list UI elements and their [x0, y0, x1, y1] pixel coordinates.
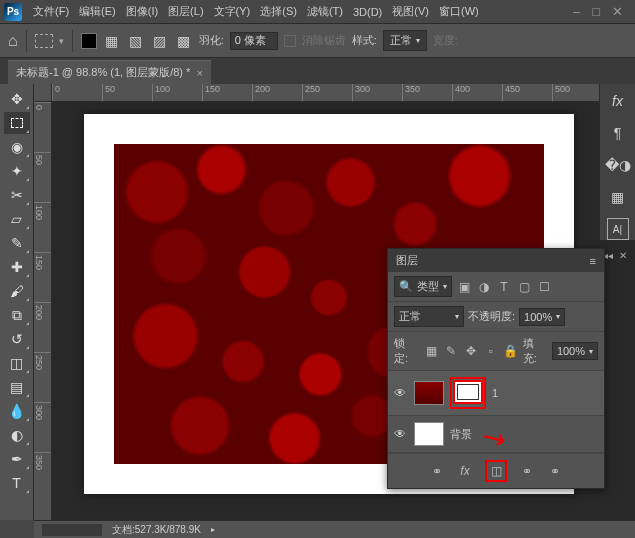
new-layer-icon[interactable]: ⚭ — [547, 463, 563, 479]
fill-swatch[interactable] — [81, 33, 97, 49]
visibility-toggle-icon[interactable]: 👁 — [394, 386, 408, 400]
brush-tool[interactable]: 🖌 — [4, 280, 30, 302]
paragraph-icon[interactable]: ¶ — [607, 122, 629, 144]
window-maximize[interactable]: □ — [592, 4, 600, 19]
healing-brush-tool[interactable]: ✚ — [4, 256, 30, 278]
blur-tool[interactable]: 💧 — [4, 400, 30, 422]
lasso-tool[interactable]: ◉ — [4, 136, 30, 158]
toolbox: ✥ ◉ ✦ ✂ ▱ ✎ ✚ 🖌 ⧉ ↺ ◫ ▤ 💧 ◐ ✒ T — [0, 84, 34, 520]
annotation-mask-highlight — [450, 377, 486, 409]
home-icon[interactable]: ⌂ — [8, 32, 18, 50]
layer-name[interactable]: 1 — [492, 387, 498, 399]
tab-close-icon[interactable]: × — [196, 67, 202, 79]
magic-wand-tool[interactable]: ✦ — [4, 160, 30, 182]
menu-view[interactable]: 视图(V) — [387, 1, 434, 22]
window-minimize[interactable]: – — [573, 4, 580, 19]
character-icon[interactable]: A| — [607, 218, 629, 240]
intersect-selection-icon[interactable]: ▩ — [175, 32, 193, 50]
layer-mask-thumbnail[interactable] — [453, 380, 483, 404]
ruler-vertical: 050100150200250300350 — [34, 102, 52, 520]
eyedropper-tool[interactable]: ✎ — [4, 232, 30, 254]
antialias-label: 消除锯齿 — [302, 33, 346, 48]
crop-tool[interactable]: ✂ — [4, 184, 30, 206]
menu-3d[interactable]: 3D(D) — [348, 3, 387, 21]
blend-mode-dropdown[interactable]: 正常▾ — [394, 306, 464, 327]
fill-label: 填充: — [523, 336, 548, 366]
layer-thumbnail[interactable] — [414, 422, 444, 446]
lock-label: 锁定: — [394, 336, 419, 366]
menu-type[interactable]: 文字(Y) — [209, 1, 256, 22]
status-bar: 文档:527.3K/878.9K ▸ — [34, 520, 635, 538]
filter-adjustment-icon[interactable]: ◑ — [476, 279, 492, 295]
marquee-preset-icon[interactable] — [35, 34, 53, 48]
menu-layer[interactable]: 图层(L) — [163, 1, 208, 22]
layer-row-1[interactable]: 👁 1 — [388, 371, 604, 416]
lock-all-icon[interactable]: 🔒 — [503, 343, 519, 359]
style-dropdown[interactable]: 正常▾ — [383, 30, 427, 51]
options-bar: ⌂ ▾ ▦ ▧ ▨ ▩ 羽化: 消除锯齿 样式: 正常▾ 宽度: — [0, 24, 635, 58]
move-tool[interactable]: ✥ — [4, 88, 30, 110]
color-icon[interactable]: ▦ — [607, 186, 629, 208]
filter-image-icon[interactable]: ▣ — [456, 279, 472, 295]
layer-fx-icon[interactable]: fx — [457, 463, 473, 479]
link-layers-icon[interactable]: ⚭ — [429, 463, 445, 479]
horizontal-scrollbar[interactable] — [42, 524, 102, 536]
layers-panel-title: 图层 — [396, 253, 418, 268]
new-selection-icon[interactable]: ▦ — [103, 32, 121, 50]
menu-image[interactable]: 图像(I) — [121, 1, 163, 22]
feather-input[interactable] — [230, 32, 278, 50]
menu-bar: Ps 文件(F) 编辑(E) 图像(I) 图层(L) 文字(Y) 选择(S) 滤… — [0, 0, 635, 24]
window-close[interactable]: ✕ — [612, 4, 623, 19]
menu-file[interactable]: 文件(F) — [28, 1, 74, 22]
add-selection-icon[interactable]: ▧ — [127, 32, 145, 50]
lock-artboard-icon[interactable]: ▫ — [483, 343, 499, 359]
lock-paint-icon[interactable]: ✎ — [443, 343, 459, 359]
ruler-horizontal: 050100150200250300350400450500 — [52, 84, 635, 102]
frame-tool[interactable]: ▱ — [4, 208, 30, 230]
subtract-selection-icon[interactable]: ▨ — [151, 32, 169, 50]
panel-menu-icon[interactable]: ≡ — [590, 255, 596, 267]
lock-position-icon[interactable]: ✥ — [463, 343, 479, 359]
eraser-tool[interactable]: ◫ — [4, 352, 30, 374]
right-panel-strip: fx ¶ �◑ ▦ A| — [599, 84, 635, 240]
filter-smart-icon[interactable]: ☐ — [536, 279, 552, 295]
lock-transparency-icon[interactable]: ▦ — [423, 343, 439, 359]
document-tab[interactable]: 未标题-1 @ 98.8% (1, 图层蒙版/8) * × — [8, 60, 211, 84]
opacity-label: 不透明度: — [468, 309, 515, 324]
fx-icon[interactable]: fx — [607, 90, 629, 112]
feather-label: 羽化: — [199, 33, 224, 48]
pen-tool[interactable]: ✒ — [4, 448, 30, 470]
type-tool[interactable]: T — [4, 472, 30, 494]
app-logo: Ps — [4, 3, 22, 21]
menu-window[interactable]: 窗口(W) — [434, 1, 484, 22]
menu-edit[interactable]: 编辑(E) — [74, 1, 121, 22]
layer-filter-dropdown[interactable]: 🔍 类型 ▾ — [394, 276, 452, 297]
marquee-tool[interactable] — [4, 112, 30, 134]
menu-select[interactable]: 选择(S) — [255, 1, 302, 22]
document-tab-bar: 未标题-1 @ 98.8% (1, 图层蒙版/8) * × — [0, 58, 635, 84]
layers-panel: 图层 ≡ 🔍 类型 ▾ ▣ ◑ T ▢ ☐ 正常▾ 不透明度: 100%▾ 锁定… — [387, 248, 605, 489]
history-brush-tool[interactable]: ↺ — [4, 328, 30, 350]
layer-name[interactable]: 背景 — [450, 427, 472, 442]
doc-size-label: 文档:527.3K/878.9K — [112, 523, 201, 537]
filter-shape-icon[interactable]: ▢ — [516, 279, 532, 295]
layer-thumbnail[interactable] — [414, 381, 444, 405]
style-label: 样式: — [352, 33, 377, 48]
tab-title: 未标题-1 @ 98.8% (1, 图层蒙版/8) * — [16, 65, 190, 80]
clone-stamp-tool[interactable]: ⧉ — [4, 304, 30, 326]
ruler-corner — [34, 84, 52, 102]
new-group-icon[interactable]: ⚭ — [519, 463, 535, 479]
dodge-tool[interactable]: ◐ — [4, 424, 30, 446]
menu-filter[interactable]: 滤镜(T) — [302, 1, 348, 22]
layer-row-background[interactable]: 👁 背景 — [388, 416, 604, 453]
swatches-icon[interactable]: �◑ — [607, 154, 629, 176]
annotation-mask-btn-highlight: ◫ — [485, 460, 507, 482]
gradient-tool[interactable]: ▤ — [4, 376, 30, 398]
fill-input[interactable]: 100%▾ — [552, 342, 598, 360]
visibility-toggle-icon[interactable]: 👁 — [394, 427, 408, 441]
filter-type-icon[interactable]: T — [496, 279, 512, 295]
antialias-checkbox[interactable] — [284, 35, 296, 47]
opacity-input[interactable]: 100%▾ — [519, 308, 565, 326]
add-mask-icon[interactable]: ◫ — [488, 463, 504, 479]
panel-menu-close-icon[interactable]: ✕ — [619, 250, 627, 261]
